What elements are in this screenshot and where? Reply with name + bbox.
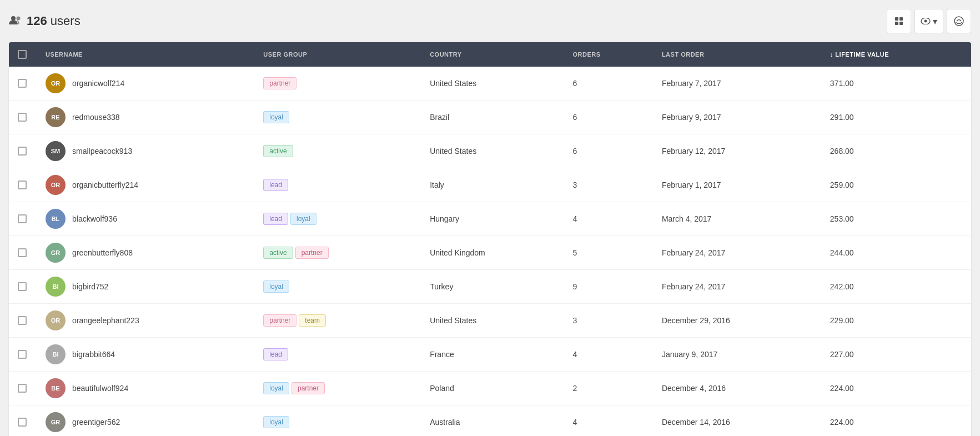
table-row: RE redmouse338 loyal Brazil 6 February 9…: [9, 101, 971, 134]
row-checkbox[interactable]: [18, 147, 27, 156]
lastorder-cell: February 24, 2017: [653, 270, 821, 304]
username-cell: BE beautifulwolf924: [37, 372, 254, 405]
usergroup-cell: leadloyal: [254, 202, 421, 236]
orders-cell: 3: [564, 304, 652, 338]
select-all-header[interactable]: [9, 42, 37, 67]
country-column-header[interactable]: COUNTRY: [421, 42, 564, 67]
orders-cell: 3: [564, 168, 652, 202]
lifetime-cell: 229.00: [821, 304, 971, 338]
orders-cell: 6: [564, 101, 652, 134]
table-row: GR greentiger562 loyal Australia 4 Decem…: [9, 405, 971, 437]
lastorder-cell: February 24, 2017: [653, 236, 821, 270]
tag-loyal: loyal: [263, 416, 289, 428]
username-cell: GR greentiger562: [37, 405, 254, 437]
orders-cell: 6: [564, 67, 652, 101]
username-cell: GR greenbutterfly808: [37, 236, 254, 270]
lifetime-cell: 227.00: [821, 338, 971, 372]
row-checkbox[interactable]: [18, 214, 27, 223]
username-column-header[interactable]: USERNAME: [37, 42, 254, 67]
usergroup-column-header[interactable]: USER GROUP: [254, 42, 421, 67]
row-checkbox[interactable]: [18, 384, 27, 393]
usergroup-cell: loyal: [254, 405, 421, 437]
tag-lead: lead: [263, 348, 288, 360]
row-checkbox-cell: [9, 405, 37, 437]
table-row: SM smallpeacock913 active United States …: [9, 134, 971, 168]
tag-lead: lead: [263, 213, 288, 225]
row-checkbox[interactable]: [18, 350, 27, 359]
header-actions: ▾: [887, 9, 971, 33]
grid-view-button[interactable]: [887, 9, 911, 33]
export-button[interactable]: [947, 9, 971, 33]
lastorder-cell: January 9, 2017: [653, 338, 821, 372]
columns-toggle-button[interactable]: ▾: [914, 9, 943, 33]
lifetime-cell: 259.00: [821, 168, 971, 202]
svg-point-0: [11, 16, 16, 21]
country-cell: Turkey: [421, 270, 564, 304]
usergroup-cell: activepartner: [254, 236, 421, 270]
country-cell: United States: [421, 67, 564, 101]
usergroup-cell: loyalpartner: [254, 372, 421, 405]
tag-team: team: [299, 314, 326, 327]
tag-partner: partner: [263, 314, 296, 327]
tag-loyal: loyal: [263, 280, 289, 293]
usergroup-cell: loyal: [254, 270, 421, 304]
lifetime-cell: 253.00: [821, 202, 971, 236]
lastorder-cell: February 1, 2017: [653, 168, 821, 202]
country-cell: United Kingdom: [421, 236, 564, 270]
orders-cell: 6: [564, 134, 652, 168]
lifetime-cell: 244.00: [821, 236, 971, 270]
username-cell: OR orangeelephant223: [37, 304, 254, 338]
orders-column-header[interactable]: ORDERS: [564, 42, 652, 67]
table-row: BL blackwolf936 leadloyal Hungary 4 Marc…: [9, 202, 971, 236]
username-cell: RE redmouse338: [37, 101, 254, 134]
row-checkbox-cell: [9, 236, 37, 270]
username-text: orangeelephant223: [72, 316, 139, 325]
table-row: GR greenbutterfly808 activepartner Unite…: [9, 236, 971, 270]
lifetime-column-header[interactable]: ↓ LIFETIME VALUE: [821, 42, 971, 67]
username-cell: OR organicwolf214: [37, 67, 254, 101]
username-cell: OR organicbutterfly214: [37, 168, 254, 202]
lastorder-cell: March 4, 2017: [653, 202, 821, 236]
row-checkbox-cell: [9, 304, 37, 338]
row-checkbox-cell: [9, 168, 37, 202]
username-cell: BI bigbird752: [37, 270, 254, 304]
table-row: OR orangeelephant223 partnerteam United …: [9, 304, 971, 338]
country-cell: United States: [421, 134, 564, 168]
lifetime-cell: 242.00: [821, 270, 971, 304]
row-checkbox-cell: [9, 134, 37, 168]
row-checkbox[interactable]: [18, 316, 27, 325]
usergroup-cell: partnerteam: [254, 304, 421, 338]
row-checkbox[interactable]: [18, 418, 27, 427]
tag-loyal: loyal: [290, 213, 316, 225]
username-cell: BL blackwolf936: [37, 202, 254, 236]
row-checkbox-cell: [9, 202, 37, 236]
select-all-checkbox[interactable]: [18, 50, 27, 59]
username-cell: SM smallpeacock913: [37, 134, 254, 168]
lastorder-cell: February 7, 2017: [653, 67, 821, 101]
users-icon: [9, 15, 22, 28]
table-row: OR organicwolf214 partner United States …: [9, 67, 971, 101]
row-checkbox[interactable]: [18, 181, 27, 189]
orders-cell: 4: [564, 202, 652, 236]
username-text: redmouse338: [72, 113, 120, 122]
svg-rect-5: [899, 22, 903, 25]
row-checkbox-cell: [9, 372, 37, 405]
usergroup-cell: loyal: [254, 101, 421, 134]
usergroup-cell: active: [254, 134, 421, 168]
row-checkbox[interactable]: [18, 248, 27, 257]
users-table-container: USERNAME USER GROUP COUNTRY ORDERS LAST …: [9, 42, 971, 436]
row-checkbox-cell: [9, 270, 37, 304]
header-left: 126 users: [9, 14, 81, 28]
row-checkbox[interactable]: [18, 79, 27, 88]
svg-rect-2: [895, 17, 898, 21]
lastorder-column-header[interactable]: LAST ORDER: [653, 42, 821, 67]
lastorder-cell: December 4, 2016: [653, 372, 821, 405]
usergroup-cell: lead: [254, 168, 421, 202]
users-table: USERNAME USER GROUP COUNTRY ORDERS LAST …: [9, 42, 971, 436]
row-checkbox[interactable]: [18, 113, 27, 122]
orders-cell: 4: [564, 338, 652, 372]
lastorder-cell: December 14, 2016: [653, 405, 821, 437]
lifetime-cell: 224.00: [821, 405, 971, 437]
row-checkbox[interactable]: [18, 282, 27, 291]
username-text: beautifulwolf924: [72, 384, 128, 393]
